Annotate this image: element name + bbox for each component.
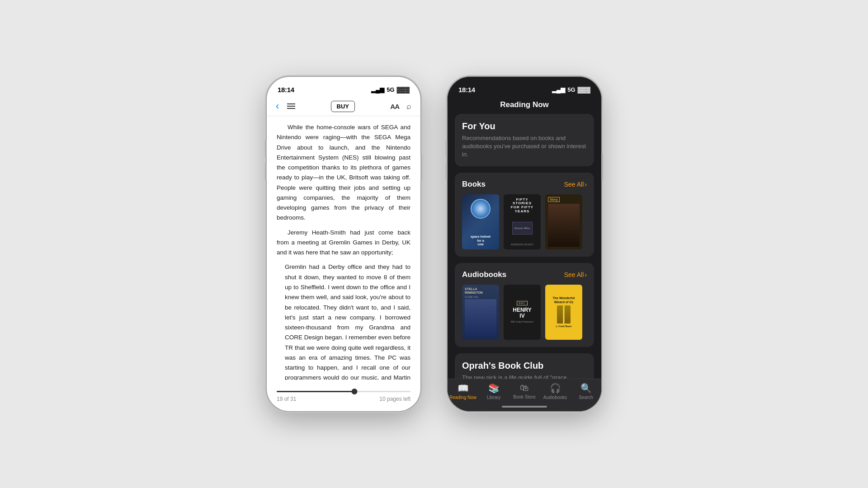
books-section-header: Books See All › (462, 180, 587, 189)
for-you-description: Recommendations based on books and audio… (462, 134, 587, 159)
power-button[interactable] (601, 154, 603, 181)
audiobook-3-road (557, 305, 571, 324)
audiobook-3-title: The Wonderful Wizard of Oz (548, 296, 580, 304)
home-indicator (502, 406, 547, 408)
tab-library[interactable]: 📚 Library (478, 383, 509, 400)
oprah-book-club-section: Oprah's Book Club The new pick is a life… (455, 353, 594, 379)
blockquote-text: Gremlin had a Derby office and they had … (285, 262, 410, 380)
audiobook-1-image (465, 299, 496, 337)
for-you-title: For You (462, 121, 587, 131)
audiobook-2-logo: BBC (517, 301, 527, 305)
network-label: 5G (567, 86, 575, 93)
search-button[interactable]: ⌕ (406, 102, 411, 111)
audiobook-2-sub: BBC Audio Production (511, 320, 533, 323)
buy-button[interactable]: BUY (331, 101, 355, 112)
tab-audiobooks[interactable]: 🎧 Audiobooks (540, 383, 571, 400)
network-label: 5G (387, 86, 394, 93)
book-3-bg (548, 204, 580, 247)
reading-now-header: Reading Now (448, 97, 601, 114)
audiobook-3-author: L. Frank Baum (556, 325, 572, 328)
books-label: Books (462, 180, 486, 189)
signal-icon: ▂▄▆ (371, 86, 384, 93)
book-1-title: space helmetfor acow (469, 235, 492, 246)
book-2-label: Doctor Who (512, 222, 533, 235)
phone-reading-now: 18:14 ▂▄▆ 5G ▓▓▓ Reading Now For You Rec… (448, 77, 601, 411)
search-tab-icon: 🔍 (580, 383, 592, 394)
status-time: 18:14 (278, 86, 294, 94)
tab-book-store[interactable]: 🛍 Book Store (509, 383, 540, 399)
paragraph-2: Jeremy Heath-Smith had just come back fr… (277, 228, 410, 258)
audiobook-cover-3[interactable]: The Wonderful Wizard of Oz L. Frank Baum (545, 285, 582, 340)
progress-fill (277, 391, 354, 392)
book-2-author: ANDREW HICKEY (511, 243, 534, 246)
audiobooks-section: Audiobooks See All › STELLARIMINGTON CLO… (455, 263, 594, 347)
tab-search[interactable]: 🔍 Search (571, 383, 601, 400)
book-cover-2[interactable]: FIFTYSTORIESFOR FIFTYYEARS Doctor Who AN… (504, 194, 541, 249)
reader-content: While the home-console wars of SEGA and … (267, 116, 420, 380)
status-time: 18:14 (458, 86, 475, 94)
oprah-description: The new pick is a life guide full of "gr… (462, 374, 587, 379)
table-of-contents-button[interactable] (287, 103, 295, 109)
audiobook-2-title: HENRYIV (513, 307, 532, 319)
audiobook-1-sub: CLOSE CALL (465, 296, 496, 298)
tab-audiobooks-label: Audiobooks (543, 395, 567, 400)
status-icons: ▂▄▆ 5G ▓▓▓ (371, 86, 410, 93)
reading-now-content[interactable]: For You Recommendations based on books a… (448, 114, 601, 379)
notch (314, 77, 373, 91)
audiobook-cover-2[interactable]: BBC HENRYIV BBC Audio Production (504, 285, 541, 340)
books-see-all[interactable]: See All › (564, 181, 587, 188)
audiobook-cover-1[interactable]: STELLARIMINGTON CLOSE CALL (462, 285, 499, 340)
audiobooks-see-all[interactable]: See All › (564, 271, 587, 278)
audiobooks-icon: 🎧 (550, 383, 561, 394)
book-cover-3[interactable]: Story (545, 194, 582, 249)
status-icons-dark: ▂▄▆ 5G ▓▓▓ (552, 86, 590, 93)
tab-bar: 📖 Reading Now 📚 Library 🛍 Book Store 🎧 A… (448, 379, 601, 411)
progress-thumb (351, 389, 357, 394)
page-number: 19 of 31 (277, 396, 296, 402)
reader-toolbar: ‹ BUY AA ⌕ (267, 97, 420, 116)
font-size-button[interactable]: AA (390, 103, 399, 110)
back-button[interactable]: ‹ (276, 100, 279, 112)
page-title: Reading Now (500, 100, 549, 109)
audiobooks-row: STELLARIMINGTON CLOSE CALL BBC HENRYIV B… (462, 285, 587, 340)
book-store-icon: 🛍 (520, 383, 529, 393)
book-cover-1[interactable]: space helmetfor acow (462, 194, 499, 249)
toolbar-left: ‹ (276, 100, 295, 112)
reader-screen: 18:14 ▂▄▆ 5G ▓▓▓ ‹ BUY AA ⌕ While the (267, 77, 420, 411)
book-2-title: FIFTYSTORIESFOR FIFTYYEARS (511, 198, 533, 214)
signal-icon: ▂▄▆ (552, 86, 565, 93)
reading-now-icon: 📖 (458, 383, 469, 394)
battery-icon: ▓▓▓ (578, 86, 590, 93)
library-icon: 📚 (488, 383, 500, 394)
books-row: space helmetfor acow FIFTYSTORIESFOR FIF… (462, 194, 587, 249)
paragraph-1: While the home-console wars of SEGA and … (277, 122, 410, 223)
tab-reading-now-label: Reading Now (449, 395, 476, 400)
audiobook-1-title: STELLARIMINGTON (465, 287, 496, 295)
tab-reading-now[interactable]: 📖 Reading Now (448, 383, 478, 400)
books-section: Books See All › space helmetfor acow FIF… (455, 173, 594, 257)
for-you-section: For You Recommendations based on books a… (455, 114, 594, 166)
phone-reader: 18:14 ▂▄▆ 5G ▓▓▓ ‹ BUY AA ⌕ While the (267, 77, 420, 411)
tab-library-label: Library (487, 395, 501, 400)
reader-footer: 19 of 31 10 pages left (267, 391, 420, 402)
tab-search-label: Search (579, 395, 593, 400)
pages-left: 10 pages left (379, 396, 410, 402)
page-info: 19 of 31 10 pages left (277, 396, 410, 402)
audiobooks-section-header: Audiobooks See All › (462, 270, 587, 279)
book-3-label: Story (548, 197, 560, 202)
audiobooks-label: Audiobooks (462, 270, 506, 279)
notch (495, 77, 554, 91)
power-button[interactable] (420, 154, 422, 181)
oprah-title: Oprah's Book Club (462, 361, 587, 371)
battery-icon: ▓▓▓ (397, 86, 410, 93)
tab-book-store-label: Book Store (513, 394, 535, 399)
reading-progress-bar[interactable] (277, 391, 410, 392)
toolbar-right: AA ⌕ (390, 102, 411, 111)
reading-now-screen: 18:14 ▂▄▆ 5G ▓▓▓ Reading Now For You Rec… (448, 77, 601, 411)
